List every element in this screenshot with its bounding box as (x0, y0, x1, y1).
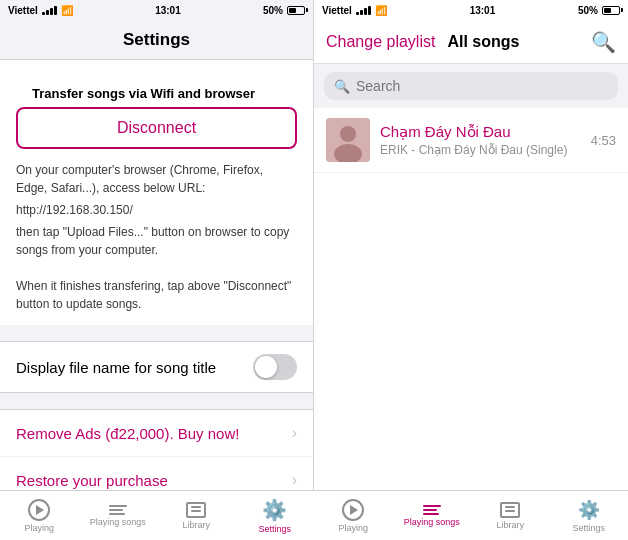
left-panel: Viettel 📶 13:01 50% Settings Transfer so… (0, 0, 314, 540)
right-signal-icon (356, 6, 371, 15)
carrier-label: Viettel (8, 5, 38, 16)
right-header: Change playlist All songs 🔍 (314, 20, 628, 64)
wifi-instruction2: When it finishes transfering, tap above … (16, 277, 297, 313)
change-playlist-button[interactable]: Change playlist (326, 33, 435, 51)
right-tab-bar: Playing Playing songs Library ⚙️ Setting… (314, 490, 628, 540)
right-tab-playing-songs-label: Playing songs (404, 517, 460, 527)
svg-point-1 (340, 126, 356, 142)
wifi-section: Transfer songs via Wifi and browser Disc… (0, 60, 313, 325)
wifi-description: On your computer's browser (Chrome, Fire… (16, 161, 297, 197)
tab-settings-label: Settings (258, 524, 291, 534)
right-wifi-icon: 📶 (375, 5, 387, 16)
song-item[interactable]: Chạm Đáy Nỗi Đau ERIK - Chạm Đáy Nỗi Đau… (314, 108, 628, 173)
right-play-circle-icon (342, 499, 364, 521)
remove-ads-label: Remove Ads (đ22,000). Buy now! (16, 425, 239, 442)
menu-item-remove-ads[interactable]: Remove Ads (đ22,000). Buy now! › (0, 410, 313, 457)
right-tab-playing-songs[interactable]: Playing songs (393, 505, 472, 527)
display-toggle-label: Display file name for song title (16, 359, 216, 376)
wifi-icon: 📶 (61, 5, 73, 16)
display-toggle[interactable] (253, 354, 297, 380)
tab-playing-songs-label: Playing songs (90, 517, 146, 527)
song-thumbnail (326, 118, 370, 162)
time-label: 13:01 (155, 5, 181, 16)
wifi-url: http://192.168.30.150/ (16, 203, 297, 217)
settings-content: Transfer songs via Wifi and browser Disc… (0, 60, 313, 540)
tab-playing-songs[interactable]: Playing songs (79, 505, 158, 527)
page-title: Settings (123, 30, 190, 50)
page-title-bar: Settings (0, 20, 313, 60)
wifi-section-header: Transfer songs via Wifi and browser (16, 72, 297, 107)
chevron-icon: › (292, 471, 297, 489)
right-tab-playing[interactable]: Playing (314, 499, 393, 533)
tab-library-label: Library (182, 520, 210, 530)
right-battery-percent: 50% (578, 5, 598, 16)
tab-playing[interactable]: Playing (0, 499, 79, 533)
search-icon: 🔍 (334, 79, 350, 94)
gear-icon: ⚙️ (262, 498, 287, 522)
right-battery-icon (602, 6, 620, 15)
right-gear-icon: ⚙️ (578, 499, 600, 521)
right-tab-playing-label: Playing (338, 523, 368, 533)
list-icon (109, 505, 127, 515)
song-info: Chạm Đáy Nỗi Đau ERIK - Chạm Đáy Nỗi Đau… (380, 123, 591, 157)
all-songs-label: All songs (447, 33, 519, 51)
song-title: Chạm Đáy Nỗi Đau (380, 123, 591, 141)
right-library-icon (500, 502, 520, 518)
play-circle-icon (28, 499, 50, 521)
right-list-icon (423, 505, 441, 515)
song-list: Chạm Đáy Nỗi Đau ERIK - Chạm Đáy Nỗi Đau… (314, 108, 628, 540)
search-bar[interactable]: 🔍 (324, 72, 618, 100)
search-button[interactable]: 🔍 (591, 30, 616, 54)
right-tab-library[interactable]: Library (471, 502, 550, 530)
right-tab-library-label: Library (496, 520, 524, 530)
search-input[interactable] (356, 78, 608, 94)
library-icon (186, 502, 206, 518)
song-artist: ERIK - Chạm Đáy Nỗi Đau (Single) (380, 143, 591, 157)
song-duration: 4:53 (591, 133, 616, 148)
signal-icon (42, 6, 57, 15)
right-panel: Viettel 📶 13:01 50% Change playlist All … (314, 0, 628, 540)
right-tab-settings-label: Settings (572, 523, 605, 533)
chevron-icon: › (292, 424, 297, 442)
tab-playing-label: Playing (24, 523, 54, 533)
right-tab-settings[interactable]: ⚙️ Settings (550, 499, 629, 533)
tab-settings[interactable]: ⚙️ Settings (236, 498, 315, 534)
right-time-label: 13:01 (470, 5, 496, 16)
right-carrier-label: Viettel (322, 5, 352, 16)
disconnect-button[interactable]: Disconnect (117, 119, 196, 137)
restore-label: Restore your purchase (16, 472, 168, 489)
left-status-bar: Viettel 📶 13:01 50% (0, 0, 313, 20)
right-status-bar: Viettel 📶 13:01 50% (314, 0, 628, 20)
wifi-instruction1: then tap "Upload Files..." button on bro… (16, 223, 297, 259)
left-tab-bar: Playing Playing songs Library ⚙️ Setting… (0, 490, 314, 540)
tab-library[interactable]: Library (157, 502, 236, 530)
battery-percent: 50% (263, 5, 283, 16)
display-toggle-row: Display file name for song title (0, 341, 313, 393)
battery-icon (287, 6, 305, 15)
disconnect-btn-container[interactable]: Disconnect (16, 107, 297, 149)
